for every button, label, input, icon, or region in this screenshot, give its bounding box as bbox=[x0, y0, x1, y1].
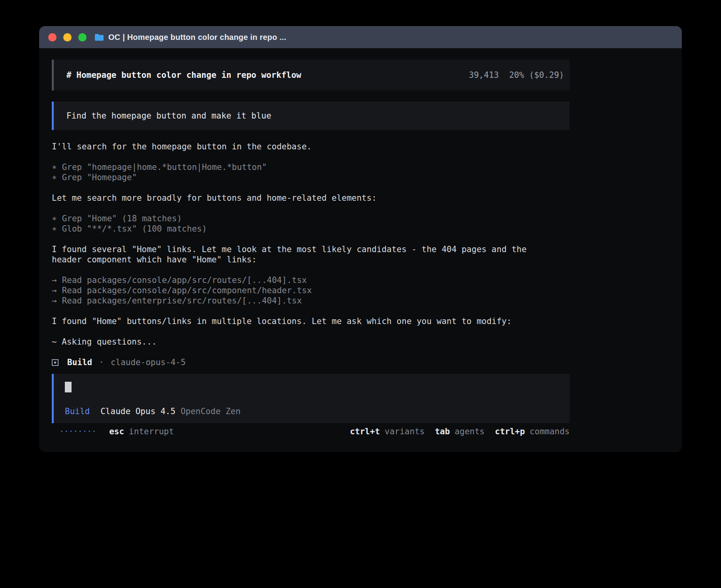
asterisk-icon: ∗ bbox=[52, 172, 57, 183]
status-bar-right: ctrl+t variants tab agents ctrl+p comman… bbox=[350, 427, 570, 436]
tool-call-label: Grep "homepage|home.*button|Home.*button… bbox=[62, 162, 267, 172]
user-message: Find the homepage button and make it blu… bbox=[52, 102, 570, 130]
tool-call-grep: ∗Grep "Home" (18 matches) bbox=[52, 213, 570, 224]
shortcut-label-variants: variants bbox=[385, 427, 425, 436]
context-cost: 20% ($0.29) bbox=[509, 70, 564, 80]
status-text: ~ Asking questions... bbox=[52, 337, 570, 347]
spinner-dots-icon: ········ bbox=[59, 427, 96, 436]
status-bar-left: ········ esc interrupt bbox=[52, 427, 174, 436]
tool-call-label: Read packages/console/app/src/routes/[..… bbox=[62, 275, 307, 285]
terminal-window: OC | Homepage button color change in rep… bbox=[39, 26, 682, 452]
session-title: # Homepage button color change in repo w… bbox=[66, 70, 301, 80]
tool-call-read: →Read packages/console/app/src/component… bbox=[52, 285, 570, 296]
tool-call-read: →Read packages/enterprise/src/routes/[..… bbox=[52, 296, 570, 306]
tool-call-grep: ∗Grep "homepage|home.*button|Home.*butto… bbox=[52, 162, 570, 172]
text-cursor bbox=[65, 382, 72, 392]
tool-call-label: Grep "Homepage" bbox=[62, 173, 137, 182]
tool-call-label: Read packages/console/app/src/component/… bbox=[62, 286, 312, 295]
agent-name: Build bbox=[67, 357, 92, 368]
shortcut-key-tab: tab bbox=[435, 427, 450, 436]
assistant-text: I found several "Home" links. Let me loo… bbox=[52, 244, 570, 265]
tool-call-label: Grep "Home" (18 matches) bbox=[62, 214, 182, 223]
titlebar-title-group: OC | Homepage button color change in rep… bbox=[94, 33, 286, 42]
arrow-right-icon: → bbox=[52, 285, 57, 296]
separator-dot: · bbox=[99, 357, 104, 368]
square-dot-icon bbox=[52, 359, 59, 366]
shortcut-key-esc: esc bbox=[109, 427, 124, 436]
shortcut-key-ctrl-t: ctrl+t bbox=[350, 427, 380, 436]
shortcut-variants: ctrl+t variants bbox=[350, 427, 425, 436]
window-titlebar[interactable]: OC | Homepage button color change in rep… bbox=[39, 26, 682, 48]
assistant-text: I found "Home" buttons/links in multiple… bbox=[52, 316, 570, 326]
tool-call-group: ∗Grep "Home" (18 matches) ∗Glob "**/*.ts… bbox=[52, 213, 570, 234]
desktop-background: OC | Homepage button color change in rep… bbox=[0, 0, 721, 588]
tool-call-group: ∗Grep "homepage|home.*button|Home.*butto… bbox=[52, 162, 570, 183]
assistant-text-line: header component which have "Home" links… bbox=[52, 254, 570, 265]
window-title: OC | Homepage button color change in rep… bbox=[108, 33, 286, 42]
session-header: # Homepage button color change in repo w… bbox=[52, 60, 570, 90]
zoom-button[interactable] bbox=[78, 33, 87, 41]
tool-call-read: →Read packages/console/app/src/routes/[.… bbox=[52, 275, 570, 285]
traffic-lights bbox=[48, 33, 87, 41]
folder-icon bbox=[94, 33, 104, 41]
shortcut-commands: ctrl+p commands bbox=[495, 427, 570, 436]
arrow-right-icon: → bbox=[52, 275, 57, 285]
assistant-text-line: I found several "Home" links. Let me loo… bbox=[52, 244, 570, 254]
agent-status-line: Build · claude-opus-4-5 bbox=[52, 357, 570, 368]
tool-call-group: →Read packages/console/app/src/routes/[.… bbox=[52, 275, 570, 306]
status-bar: ········ esc interrupt ctrl+t variants t… bbox=[52, 427, 570, 436]
tool-call-label: Read packages/enterprise/src/routes/[...… bbox=[62, 296, 302, 305]
assistant-text: I'll search for the homepage button in t… bbox=[52, 141, 570, 152]
model-label: Claude Opus 4.5 bbox=[100, 407, 176, 416]
tool-call-grep: ∗Grep "Homepage" bbox=[52, 172, 570, 183]
agent-mode-label: Build bbox=[65, 407, 90, 416]
input-mode-line: Build Claude Opus 4.5 OpenCode Zen bbox=[65, 407, 570, 416]
shortcut-label-agents: agents bbox=[455, 427, 485, 436]
shortcut-agents: tab agents bbox=[435, 427, 485, 436]
asterisk-icon: ∗ bbox=[52, 224, 57, 234]
tool-call-label: Glob "**/*.tsx" (100 matches) bbox=[62, 224, 207, 234]
user-message-text: Find the homepage button and make it blu… bbox=[66, 111, 271, 121]
tool-call-glob: ∗Glob "**/*.tsx" (100 matches) bbox=[52, 224, 570, 234]
conversation: I'll search for the homepage button in t… bbox=[52, 141, 570, 368]
prompt-input[interactable]: Build Claude Opus 4.5 OpenCode Zen bbox=[52, 374, 570, 423]
asterisk-icon: ∗ bbox=[52, 162, 57, 172]
token-count: 39,413 bbox=[469, 70, 499, 80]
minimize-button[interactable] bbox=[63, 33, 72, 41]
shortcut-label-commands: commands bbox=[530, 427, 570, 436]
session-stats: 39,413 20% ($0.29) bbox=[469, 70, 564, 80]
assistant-text: Let me search more broadly for buttons a… bbox=[52, 193, 570, 203]
provider-label: OpenCode Zen bbox=[181, 407, 241, 416]
shortcut-label-interrupt: interrupt bbox=[129, 427, 174, 436]
terminal-body: # Homepage button color change in repo w… bbox=[39, 48, 682, 452]
agent-model: claude-opus-4-5 bbox=[111, 357, 186, 368]
arrow-right-icon: → bbox=[52, 296, 57, 306]
close-button[interactable] bbox=[48, 33, 57, 41]
asterisk-icon: ∗ bbox=[52, 213, 57, 224]
shortcut-key-ctrl-p: ctrl+p bbox=[495, 427, 525, 436]
